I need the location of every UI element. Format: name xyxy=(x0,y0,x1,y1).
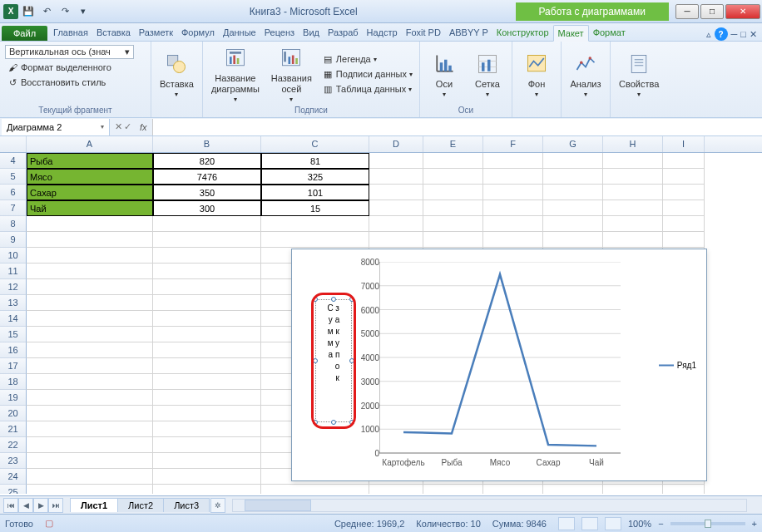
cell[interactable] xyxy=(27,437,153,453)
tab-вид[interactable]: Вид xyxy=(299,25,324,41)
zoom-out-button[interactable]: − xyxy=(658,519,663,529)
format-selection-button[interactable]: 🖌Формат выделенного xyxy=(5,61,113,74)
cell[interactable] xyxy=(153,390,261,406)
properties-button[interactable]: Свойства▾ xyxy=(616,49,662,100)
cancel-formula-icon[interactable]: ✕ xyxy=(115,121,122,132)
cell[interactable] xyxy=(27,232,153,248)
sheet-nav-last[interactable]: ⏭ xyxy=(48,498,63,513)
sheet-tab-Лист3[interactable]: Лист3 xyxy=(163,498,210,512)
cell[interactable] xyxy=(603,232,663,248)
tab-разметк[interactable]: Разметк xyxy=(135,25,177,41)
row-header[interactable]: 15 xyxy=(0,327,27,342)
chart-legend[interactable]: Ряд1 xyxy=(659,361,696,370)
data-table-button[interactable]: ▥Таблица данных ▾ xyxy=(320,82,414,96)
cell[interactable] xyxy=(369,185,423,200)
sheet-tab-Лист2[interactable]: Лист2 xyxy=(117,498,164,512)
chart-plot-area[interactable] xyxy=(379,262,621,457)
cell[interactable] xyxy=(423,185,483,200)
analysis-button[interactable]: Анализ▾ xyxy=(567,49,605,100)
cell[interactable]: 350 xyxy=(153,185,261,200)
cell[interactable] xyxy=(27,390,153,406)
col-header-F[interactable]: F xyxy=(483,136,543,152)
cell[interactable] xyxy=(483,485,543,494)
chart-object[interactable]: 010002000300040005000600070008000 Картоф… xyxy=(291,249,707,481)
data-labels-button[interactable]: ▦Подписи данных ▾ xyxy=(320,67,414,81)
sheet-nav-prev[interactable]: ◀ xyxy=(18,498,33,513)
cell[interactable] xyxy=(27,216,153,232)
horizontal-scrollbar[interactable] xyxy=(232,499,747,512)
cell[interactable] xyxy=(423,153,483,169)
cell[interactable] xyxy=(543,153,603,169)
enter-formula-icon[interactable]: ✓ xyxy=(124,121,131,132)
tab-макет[interactable]: Макет xyxy=(553,25,589,42)
chart-element-selector[interactable]: Вертикальная ось (знач▾ xyxy=(5,45,134,59)
cell[interactable]: 101 xyxy=(261,185,369,200)
row-header[interactable]: 20 xyxy=(0,406,27,421)
cell[interactable] xyxy=(27,358,153,374)
cell[interactable] xyxy=(27,421,153,437)
macro-record-icon[interactable]: ▢ xyxy=(45,518,53,529)
cell[interactable] xyxy=(27,453,153,469)
cell[interactable] xyxy=(543,485,603,494)
cell[interactable] xyxy=(663,153,705,169)
cell[interactable] xyxy=(369,232,423,248)
cell[interactable] xyxy=(27,311,153,327)
cell[interactable] xyxy=(27,469,153,485)
row-header[interactable]: 5 xyxy=(0,169,27,185)
cell[interactable] xyxy=(543,185,603,200)
cell[interactable] xyxy=(27,295,153,311)
cell[interactable] xyxy=(543,200,603,216)
cell[interactable]: Сахар xyxy=(27,185,153,200)
cell[interactable] xyxy=(423,232,483,248)
tab-надстр[interactable]: Надстр xyxy=(363,25,402,41)
axis-titles-button[interactable]: Названия осей▾ xyxy=(268,43,315,104)
cell[interactable] xyxy=(543,216,603,232)
axis-title-textbox[interactable]: Сумма закупок xyxy=(315,299,352,422)
cell[interactable] xyxy=(663,185,705,200)
ribbon-min-icon[interactable]: ▵ xyxy=(706,29,711,40)
maximize-button[interactable]: □ xyxy=(700,4,724,19)
tab-конструктор[interactable]: Конструктор xyxy=(492,25,553,41)
cell[interactable] xyxy=(483,232,543,248)
cell[interactable] xyxy=(27,374,153,390)
row-header[interactable]: 6 xyxy=(0,185,27,200)
cell[interactable] xyxy=(483,185,543,200)
cell[interactable] xyxy=(153,342,261,358)
doc-restore-icon[interactable]: □ xyxy=(740,29,746,39)
chart-title-button[interactable]: Название диаграммы▾ xyxy=(208,43,263,104)
cell[interactable] xyxy=(153,485,261,494)
row-header[interactable]: 24 xyxy=(0,469,27,485)
cell[interactable] xyxy=(153,216,261,232)
cell[interactable] xyxy=(153,264,261,279)
cell[interactable] xyxy=(603,200,663,216)
cell[interactable] xyxy=(369,216,423,232)
cell[interactable] xyxy=(153,437,261,453)
help-icon[interactable]: ? xyxy=(715,27,728,41)
cell[interactable] xyxy=(153,295,261,311)
cell[interactable] xyxy=(27,485,153,494)
tab-foxit pd[interactable]: Foxit PD xyxy=(402,25,445,41)
cell[interactable] xyxy=(543,169,603,185)
sheet-nav-first[interactable]: ⏮ xyxy=(3,498,18,513)
close-button[interactable]: ✕ xyxy=(725,4,760,19)
zoom-level[interactable]: 100% xyxy=(628,519,651,529)
cell[interactable] xyxy=(603,185,663,200)
doc-min-icon[interactable]: ─ xyxy=(731,29,738,39)
cell[interactable] xyxy=(27,279,153,295)
tab-разраб[interactable]: Разраб xyxy=(324,25,363,41)
cell[interactable] xyxy=(663,169,705,185)
row-header[interactable]: 9 xyxy=(0,232,27,248)
cell[interactable] xyxy=(27,327,153,342)
tab-реценз[interactable]: Реценз xyxy=(260,25,299,41)
file-tab[interactable]: Файл xyxy=(2,26,47,41)
select-all-corner[interactable] xyxy=(0,136,27,152)
tab-вставка[interactable]: Вставка xyxy=(92,25,135,41)
cell[interactable] xyxy=(153,248,261,264)
cell[interactable] xyxy=(369,153,423,169)
cell[interactable] xyxy=(603,153,663,169)
tab-формул[interactable]: Формул xyxy=(177,25,219,41)
cell[interactable] xyxy=(483,200,543,216)
formula-input[interactable] xyxy=(152,119,762,135)
zoom-slider[interactable] xyxy=(670,522,745,525)
col-header-I[interactable]: I xyxy=(663,136,705,152)
